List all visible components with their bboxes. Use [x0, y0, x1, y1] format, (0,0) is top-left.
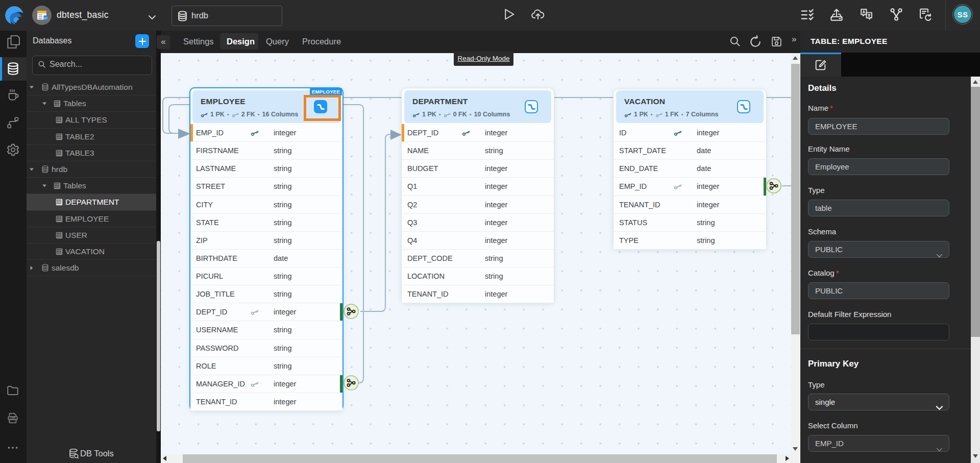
svg-text:LOG: LOG [10, 417, 16, 420]
